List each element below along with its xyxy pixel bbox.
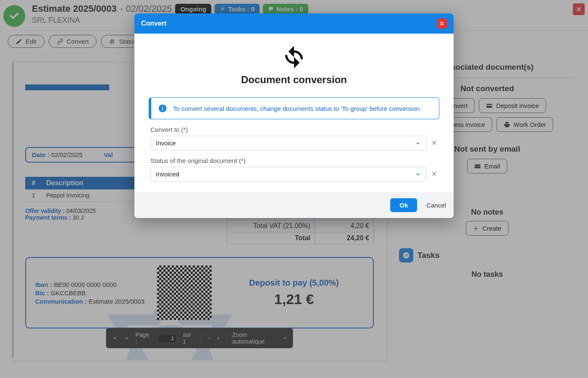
ok-button[interactable]: Ok <box>390 198 417 212</box>
info-text: To convert several documents, change doc… <box>173 105 421 112</box>
info-banner: To convert several documents, change doc… <box>149 97 439 119</box>
status-clear[interactable]: ✕ <box>430 170 438 178</box>
conversion-icon <box>281 44 307 71</box>
convert-to-clear[interactable]: ✕ <box>430 139 438 147</box>
status-select[interactable]: Invoiced <box>150 167 426 181</box>
status-value: Invoiced <box>156 171 179 178</box>
svg-rect-8 <box>162 106 163 107</box>
conversion-title: Document conversion <box>144 74 444 86</box>
convert-to-label: Convert to (*) <box>150 126 438 133</box>
modal-title: Convert <box>141 20 166 27</box>
convert-to-select[interactable]: Invoice <box>150 136 426 150</box>
svg-rect-7 <box>162 108 163 110</box>
modal-footer: Ok Cancel <box>134 192 454 218</box>
chevron-down-icon <box>415 140 421 146</box>
modal-body: Document conversion To convert several d… <box>134 34 454 192</box>
convert-to-value: Invoice <box>156 139 176 147</box>
modal-close-button[interactable] <box>437 18 447 29</box>
status-label: Status of the original document (*) <box>150 157 438 164</box>
cancel-button[interactable]: Cancel <box>426 202 446 209</box>
convert-to-row: Convert to (*) Invoice ✕ <box>150 126 438 150</box>
modal-header: Convert <box>134 13 454 34</box>
status-row: Status of the original document (*) Invo… <box>150 157 438 181</box>
chevron-down-icon <box>415 171 421 177</box>
convert-modal: Convert Document conversion To convert s… <box>134 13 454 218</box>
info-icon <box>158 104 167 113</box>
close-icon <box>439 21 445 26</box>
